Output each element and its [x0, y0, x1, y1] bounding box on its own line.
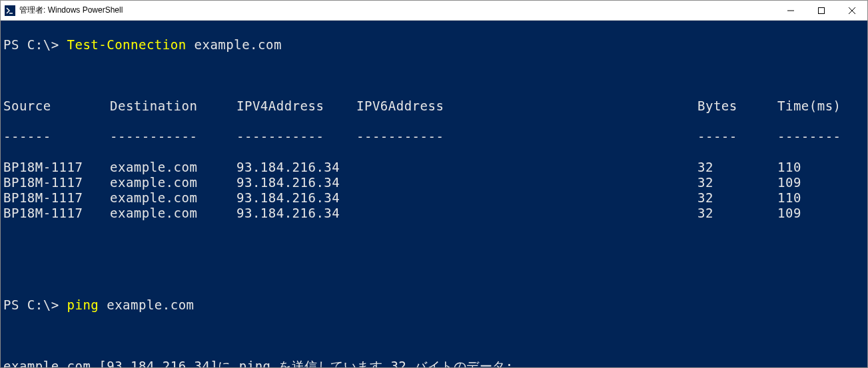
- blank-line: [3, 267, 865, 282]
- col-header-ipv6: IPV6Address: [356, 98, 697, 114]
- command-arg: example.com: [99, 297, 194, 312]
- command-line-1: PS C:\> Test-Connection example.com: [3, 37, 865, 53]
- cell-ipv6: [356, 160, 697, 175]
- cell-bytes: 32: [697, 160, 777, 175]
- cell-ipv4: 93.184.216.34: [236, 175, 356, 190]
- window-titlebar: 管理者: Windows PowerShell: [1, 1, 867, 21]
- cell-source: BP18M-1117: [3, 160, 110, 175]
- blank-line: [3, 328, 865, 343]
- maximize-button[interactable]: [806, 1, 837, 21]
- cell-time: 110: [777, 190, 864, 206]
- table-row: BP18M-1117example.com93.184.216.3432110: [3, 190, 865, 206]
- ping-header-line: example.com [93.184.216.34]に ping を送信してい…: [3, 359, 865, 367]
- table-rows: BP18M-1117example.com93.184.216.3432110B…: [3, 160, 865, 221]
- col-header-dest: Destination: [110, 98, 236, 114]
- cell-time: 110: [777, 160, 864, 175]
- maximize-icon: [818, 7, 825, 14]
- cell-ipv4: 93.184.216.34: [236, 190, 356, 206]
- cell-ipv4: 93.184.216.34: [236, 206, 356, 221]
- terminal-area[interactable]: PS C:\> Test-Connection example.com Sour…: [1, 21, 867, 367]
- table-header: SourceDestinationIPV4AddressIPV6AddressB…: [3, 98, 865, 114]
- col-header-bytes: Bytes: [697, 98, 777, 114]
- prompt: PS C:\>: [3, 37, 67, 52]
- cell-ipv6: [356, 190, 697, 206]
- col-header-ipv4: IPV4Address: [236, 98, 356, 114]
- cell-source: BP18M-1117: [3, 206, 110, 221]
- cell-dest: example.com: [110, 190, 236, 206]
- table-row: BP18M-1117example.com93.184.216.3432109: [3, 175, 865, 190]
- table-row: BP18M-1117example.com93.184.216.3432110: [3, 160, 865, 175]
- command: ping: [67, 297, 99, 312]
- svg-rect-3: [819, 7, 825, 13]
- prompt: PS C:\>: [3, 297, 67, 312]
- powershell-icon: [5, 5, 15, 16]
- window-title: 管理者: Windows PowerShell: [19, 5, 123, 16]
- cell-dest: example.com: [110, 175, 236, 190]
- cell-bytes: 32: [697, 175, 777, 190]
- command: Test-Connection: [67, 37, 187, 52]
- cell-dest: example.com: [110, 160, 236, 175]
- command-line-2: PS C:\> ping example.com: [3, 297, 865, 313]
- table-row: BP18M-1117example.com93.184.216.3432109: [3, 206, 865, 221]
- blank-line: [3, 68, 865, 83]
- close-icon: [849, 7, 855, 14]
- close-button[interactable]: [837, 1, 867, 21]
- cell-source: BP18M-1117: [3, 175, 110, 190]
- cell-bytes: 32: [697, 206, 777, 221]
- cell-ipv6: [356, 175, 697, 190]
- col-header-source: Source: [3, 98, 110, 114]
- minimize-button[interactable]: [775, 1, 806, 21]
- blank-line: [3, 236, 865, 252]
- cell-time: 109: [777, 175, 864, 190]
- cell-dest: example.com: [110, 206, 236, 221]
- cell-ipv4: 93.184.216.34: [236, 160, 356, 175]
- cell-time: 109: [777, 206, 864, 221]
- table-divider: ----------------------------------------…: [3, 129, 865, 144]
- command-arg: example.com: [187, 37, 282, 52]
- col-header-time: Time(ms): [777, 98, 864, 114]
- cell-bytes: 32: [697, 190, 777, 206]
- minimize-icon: [787, 7, 794, 14]
- cell-source: BP18M-1117: [3, 190, 110, 206]
- cell-ipv6: [356, 206, 697, 221]
